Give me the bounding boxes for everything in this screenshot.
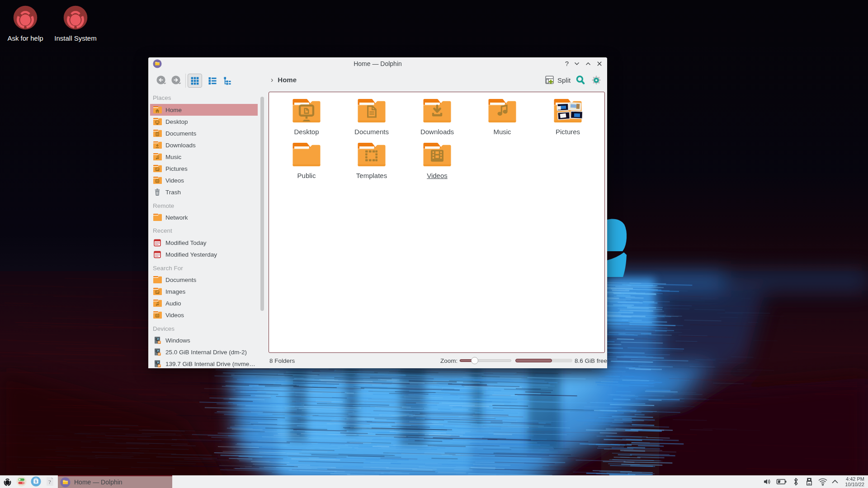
svg-text:?: ? <box>48 479 51 485</box>
svg-text:S: S <box>35 479 37 483</box>
